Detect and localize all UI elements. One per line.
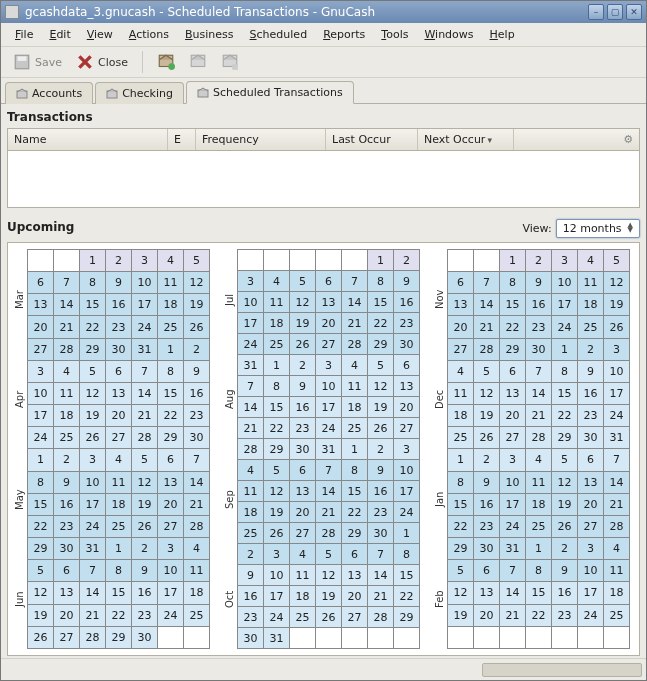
- calendar-cell[interactable]: [290, 250, 316, 271]
- calendar-cell[interactable]: 8: [368, 271, 394, 292]
- calendar-cell[interactable]: 13: [500, 382, 526, 404]
- calendar-cell[interactable]: 10: [578, 560, 604, 582]
- calendar-cell[interactable]: 15: [394, 565, 420, 586]
- calendar-cell[interactable]: 6: [394, 355, 420, 376]
- calendar-cell[interactable]: 14: [80, 582, 106, 604]
- calendar-cell[interactable]: 29: [80, 338, 106, 360]
- calendar-cell[interactable]: 22: [342, 502, 368, 523]
- calendar-cell[interactable]: 11: [604, 560, 630, 582]
- calendar-cell[interactable]: 28: [342, 334, 368, 355]
- calendar-cell[interactable]: 20: [500, 405, 526, 427]
- calendar-cell[interactable]: 6: [342, 544, 368, 565]
- calendar-cell[interactable]: 5: [264, 460, 290, 481]
- calendar-cell[interactable]: 15: [500, 294, 526, 316]
- calendar-cell[interactable]: 3: [578, 538, 604, 560]
- calendar-cell[interactable]: 8: [106, 560, 132, 582]
- calendar-cell[interactable]: 21: [500, 604, 526, 626]
- calendar-cell[interactable]: 27: [106, 427, 132, 449]
- calendar-cell[interactable]: 27: [290, 523, 316, 544]
- calendar-cell[interactable]: [54, 250, 80, 272]
- calendar-cell[interactable]: 29: [28, 538, 54, 560]
- calendar-cell[interactable]: 13: [316, 292, 342, 313]
- calendar-cell[interactable]: 19: [264, 502, 290, 523]
- calendar-cell[interactable]: 29: [448, 538, 474, 560]
- calendar-cell[interactable]: 17: [28, 405, 54, 427]
- calendar-cell[interactable]: 18: [54, 405, 80, 427]
- calendar-cell[interactable]: 14: [238, 397, 264, 418]
- calendar-cell[interactable]: 19: [316, 586, 342, 607]
- calendar-cell[interactable]: 15: [80, 294, 106, 316]
- calendar-cell[interactable]: 24: [500, 515, 526, 537]
- calendar-cell[interactable]: 4: [106, 449, 132, 471]
- calendar-cell[interactable]: 5: [448, 560, 474, 582]
- calendar-cell[interactable]: 17: [552, 294, 578, 316]
- calendar-cell[interactable]: 28: [54, 338, 80, 360]
- calendar-cell[interactable]: 16: [552, 582, 578, 604]
- calendar-cell[interactable]: 12: [28, 582, 54, 604]
- calendar-cell[interactable]: 11: [342, 376, 368, 397]
- calendar-cell[interactable]: 14: [500, 582, 526, 604]
- calendar-cell[interactable]: 1: [500, 250, 526, 272]
- calendar-cell[interactable]: 8: [342, 460, 368, 481]
- calendar-cell[interactable]: 26: [132, 515, 158, 537]
- calendar-cell[interactable]: 4: [290, 544, 316, 565]
- calendar-cell[interactable]: 15: [552, 382, 578, 404]
- calendar-cell[interactable]: 16: [238, 586, 264, 607]
- calendar-cell[interactable]: 10: [264, 565, 290, 586]
- calendar-cell[interactable]: 2: [474, 449, 500, 471]
- calendar-cell[interactable]: 28: [238, 439, 264, 460]
- close-button[interactable]: Close: [72, 51, 132, 73]
- calendar-cell[interactable]: 4: [184, 538, 210, 560]
- calendar-cell[interactable]: 14: [54, 294, 80, 316]
- calendar-cell[interactable]: 25: [578, 316, 604, 338]
- tool-icon-3[interactable]: [217, 51, 243, 73]
- calendar-cell[interactable]: 6: [474, 560, 500, 582]
- calendar-cell[interactable]: 11: [238, 481, 264, 502]
- calendar-cell[interactable]: 3: [28, 360, 54, 382]
- calendar-cell[interactable]: [290, 628, 316, 649]
- calendar-cell[interactable]: [264, 250, 290, 271]
- calendar-cell[interactable]: [342, 250, 368, 271]
- tool-icon-2[interactable]: [185, 51, 211, 73]
- calendar-cell[interactable]: 14: [132, 382, 158, 404]
- titlebar[interactable]: gcashdata_3.gnucash - Scheduled Transact…: [1, 1, 646, 23]
- calendar-cell[interactable]: 1: [368, 250, 394, 271]
- calendar-cell[interactable]: [28, 250, 54, 272]
- calendar-cell[interactable]: 10: [604, 360, 630, 382]
- calendar-cell[interactable]: 26: [552, 515, 578, 537]
- calendar-cell[interactable]: 19: [80, 405, 106, 427]
- calendar-cell[interactable]: 19: [448, 604, 474, 626]
- calendar-cell[interactable]: 30: [54, 538, 80, 560]
- calendar-cell[interactable]: 30: [474, 538, 500, 560]
- calendar-cell[interactable]: 8: [158, 360, 184, 382]
- calendar-cell[interactable]: 9: [394, 271, 420, 292]
- calendar-cell[interactable]: 22: [394, 586, 420, 607]
- calendar-cell[interactable]: 1: [448, 449, 474, 471]
- calendar-cell[interactable]: 17: [604, 382, 630, 404]
- calendar-cell[interactable]: 3: [238, 271, 264, 292]
- calendar-cell[interactable]: 21: [368, 586, 394, 607]
- calendar-cell[interactable]: 29: [342, 523, 368, 544]
- calendar-cell[interactable]: 23: [290, 418, 316, 439]
- statusbar-grip[interactable]: [482, 663, 642, 677]
- calendar-cell[interactable]: 6: [448, 272, 474, 294]
- calendar-cell[interactable]: 7: [342, 271, 368, 292]
- calendar-cell[interactable]: 2: [132, 538, 158, 560]
- calendar-cell[interactable]: 18: [238, 502, 264, 523]
- calendar-cell[interactable]: 9: [552, 560, 578, 582]
- calendar-cell[interactable]: 5: [290, 271, 316, 292]
- calendar-cell[interactable]: 8: [80, 272, 106, 294]
- calendar-cell[interactable]: 27: [342, 607, 368, 628]
- calendar-cell[interactable]: [474, 626, 500, 648]
- calendar-cell[interactable]: 27: [316, 334, 342, 355]
- calendar-cell[interactable]: 31: [500, 538, 526, 560]
- calendar-cell[interactable]: [604, 626, 630, 648]
- calendar-cell[interactable]: [552, 626, 578, 648]
- calendar-cell[interactable]: 28: [132, 427, 158, 449]
- calendar-cell[interactable]: 6: [106, 360, 132, 382]
- calendar-cell[interactable]: 17: [158, 582, 184, 604]
- calendar-cell[interactable]: 31: [264, 628, 290, 649]
- calendar-cell[interactable]: 29: [552, 427, 578, 449]
- calendar-cell[interactable]: 5: [184, 250, 210, 272]
- calendar-cell[interactable]: 30: [368, 523, 394, 544]
